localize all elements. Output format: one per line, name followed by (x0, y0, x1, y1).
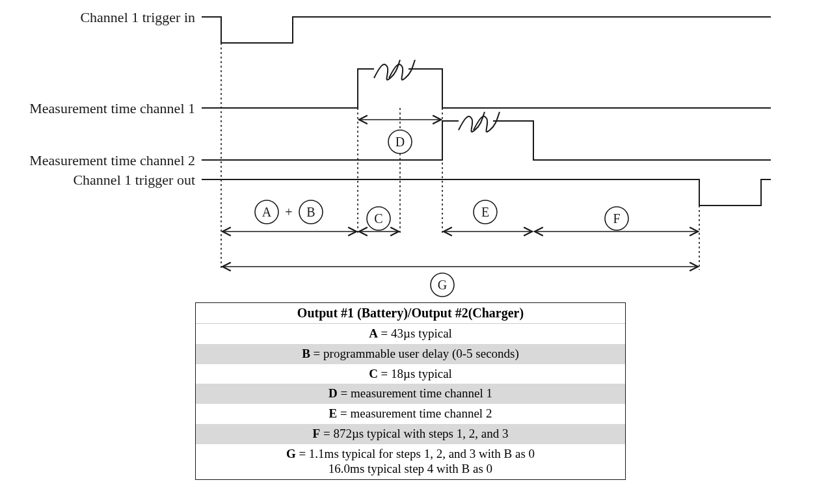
table-row: A = 43µs typical (196, 324, 625, 344)
marker-F-text: F (613, 211, 620, 226)
table-row: F = 872µs typical with steps 1, 2, and 3 (196, 424, 625, 444)
marker-C-text: C (374, 211, 382, 226)
table-row: B = programmable user delay (0-5 seconds… (196, 344, 625, 364)
waveform-trigger-in (202, 17, 771, 43)
table-header: Output #1 (Battery)/Output #2(Charger) (196, 303, 625, 324)
table-row: G = 1.1ms typical for steps 1, 2, and 3 … (196, 444, 625, 480)
marker-A-text: A (262, 205, 272, 219)
table-row: C = 18µs typical (196, 364, 625, 384)
waveform-meas-ch1 (202, 69, 771, 108)
break-icon (374, 60, 400, 80)
marker-B-text: B (306, 205, 315, 219)
break-icon (474, 112, 500, 132)
marker-AB-plus: + (285, 205, 292, 219)
break-icon (459, 112, 485, 132)
marker-E-text: E (481, 205, 489, 219)
table-row: E = measurement time channel 2 (196, 404, 625, 424)
marker-D-text: D (395, 135, 405, 149)
timing-diagram-svg: A B + C D E F G (0, 0, 817, 306)
table-row: D = measurement time channel 1 (196, 384, 625, 404)
marker-G-text: G (438, 278, 447, 292)
break-icon (389, 60, 415, 80)
timing-legend-table: Output #1 (Battery)/Output #2(Charger) A… (195, 302, 626, 480)
